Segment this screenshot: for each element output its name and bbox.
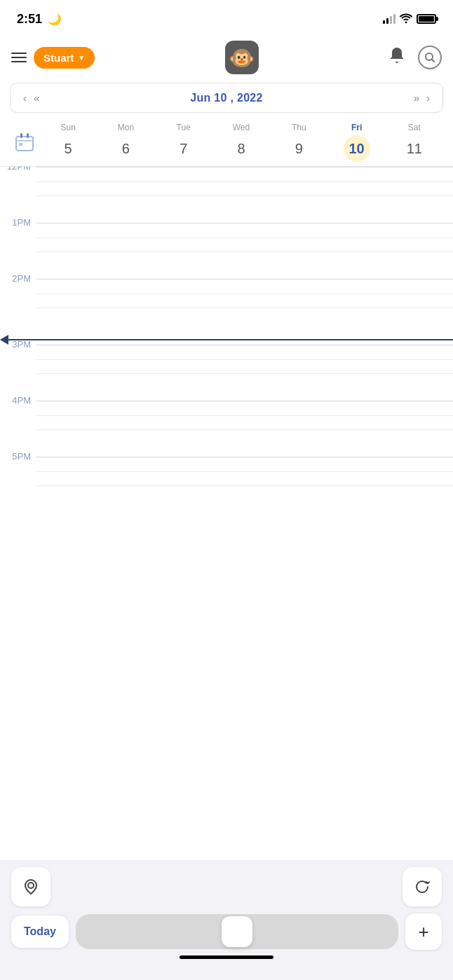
location-button[interactable] — [11, 867, 50, 906]
current-time-line — [8, 339, 453, 340]
time-label-1pm: 1PM — [0, 217, 36, 228]
slider-thumb[interactable] — [222, 916, 252, 947]
status-time: 2:51 — [17, 12, 42, 26]
location-icon — [22, 878, 39, 895]
day-cell-wed[interactable]: Wed 8 — [226, 123, 257, 162]
day-cell-sat[interactable]: Sat 11 — [399, 123, 430, 162]
time-lines-2pm — [36, 279, 453, 335]
day-number-tue: 7 — [170, 135, 197, 162]
week-days: Sun 5 Mon 6 Tue 7 Wed 8 Thu 9 Fri 10 Sat… — [39, 123, 443, 162]
moon-icon: 🌙 — [48, 13, 62, 25]
svg-line-1 — [432, 60, 435, 62]
time-label-2pm: 2PM — [0, 273, 36, 284]
time-row-4pm: 4PM — [0, 401, 453, 457]
prev-week-button[interactable]: « — [31, 90, 42, 105]
day-cell-tue[interactable]: Tue 7 — [168, 123, 199, 162]
time-row-2pm: 2PM — [0, 279, 453, 335]
notification-bell-icon[interactable] — [388, 46, 405, 69]
day-cell-mon[interactable]: Mon 6 — [110, 123, 141, 162]
menu-button[interactable] — [11, 53, 27, 62]
add-event-button[interactable]: + — [405, 913, 442, 950]
status-icons — [383, 13, 436, 25]
time-lines-5pm — [36, 457, 453, 513]
bottom-row2: Today + — [11, 913, 442, 950]
battery-icon — [417, 14, 436, 24]
header-left: Stuart ▼ — [11, 47, 95, 69]
current-date-title: Jun 10 , 2022 — [190, 92, 263, 104]
main-content: 12PM 1PM 2PM — [0, 167, 453, 625]
day-name-sun: Sun — [60, 123, 75, 132]
time-row-3pm: 3PM — [0, 345, 453, 401]
day-cell-fri[interactable]: Fri 10 — [342, 123, 372, 162]
day-number-sun: 5 — [55, 135, 81, 162]
refresh-icon — [414, 878, 431, 895]
user-badge-button[interactable]: Stuart ▼ — [34, 47, 95, 69]
calendar-icon — [13, 131, 36, 153]
search-button[interactable] — [418, 46, 442, 69]
monkey-icon: 🐵 — [229, 46, 255, 70]
status-time-area: 2:51 🌙 — [17, 12, 62, 27]
bottom-row1 — [11, 867, 442, 906]
time-row-5pm: 5PM — [0, 457, 453, 513]
day-name-tue: Tue — [177, 123, 191, 132]
header: Stuart ▼ 🐵 — [0, 35, 453, 83]
signal-icon — [383, 14, 395, 24]
day-name-wed: Wed — [233, 123, 250, 132]
svg-rect-2 — [16, 137, 33, 151]
time-row-12pm: 12PM — [0, 167, 453, 223]
svg-rect-5 — [27, 133, 29, 138]
time-lines-3pm — [36, 345, 453, 401]
current-time-dot — [0, 335, 8, 345]
week-row: Sun 5 Mon 6 Tue 7 Wed 8 Thu 9 Fri 10 Sat… — [0, 118, 453, 167]
day-name-mon: Mon — [118, 123, 134, 132]
svg-point-7 — [28, 883, 34, 888]
day-cell-sun[interactable]: Sun 5 — [53, 123, 83, 162]
home-indicator — [180, 955, 273, 959]
day-number-mon: 6 — [112, 135, 139, 162]
bottom-bar: Today + — [0, 860, 453, 980]
status-bar: 2:51 🌙 — [0, 0, 453, 35]
day-name-sat: Sat — [408, 123, 421, 132]
calendar-icon-area — [10, 131, 39, 153]
time-label-5pm: 5PM — [0, 451, 36, 462]
day-number-wed: 8 — [228, 135, 255, 162]
prev-arrows: ‹ « — [20, 90, 42, 105]
next-week-button[interactable]: » — [411, 90, 422, 105]
date-navigation: ‹ « Jun 10 , 2022 » › — [10, 83, 443, 113]
time-label-12pm: 12PM — [0, 167, 36, 172]
svg-rect-4 — [20, 133, 22, 138]
user-name: Stuart — [43, 52, 74, 64]
next-arrows: » › — [411, 90, 433, 105]
day-number-thu: 9 — [285, 135, 312, 162]
day-name-thu: Thu — [292, 123, 306, 132]
time-lines-4pm — [36, 401, 453, 457]
day-name-fri: Fri — [351, 123, 362, 132]
wifi-icon — [400, 13, 412, 25]
next-month-button[interactable]: › — [424, 90, 433, 105]
app-logo: 🐵 — [225, 41, 259, 74]
timeline-slider[interactable] — [76, 914, 398, 949]
time-lines-12pm — [36, 167, 453, 223]
today-button[interactable]: Today — [11, 916, 69, 948]
header-right — [388, 46, 442, 69]
day-cell-thu[interactable]: Thu 9 — [283, 123, 314, 162]
time-grid: 12PM 1PM 2PM — [0, 167, 453, 513]
svg-rect-6 — [19, 143, 22, 146]
refresh-button[interactable] — [403, 867, 442, 906]
chevron-down-icon: ▼ — [78, 54, 85, 62]
time-row-1pm: 1PM — [0, 223, 453, 279]
time-lines-1pm — [36, 223, 453, 279]
prev-month-button[interactable]: ‹ — [20, 90, 29, 105]
time-label-4pm: 4PM — [0, 395, 36, 406]
day-number-fri: 10 — [344, 135, 370, 162]
day-number-sat: 11 — [401, 135, 428, 162]
current-time-indicator — [0, 335, 453, 345]
